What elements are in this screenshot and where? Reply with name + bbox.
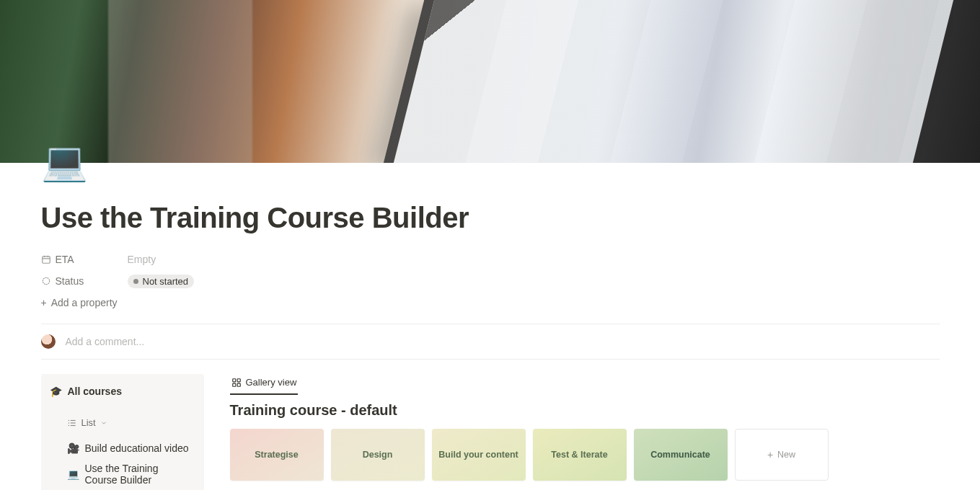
graduation-cap-icon: 🎓	[50, 386, 62, 397]
svg-rect-9	[237, 378, 240, 381]
sidebar-view-select[interactable]: List	[67, 417, 107, 428]
sidebar-item-build-video[interactable]: 🎥 Build educational video	[64, 438, 195, 458]
svg-point-7	[68, 424, 69, 425]
card-test-iterate[interactable]: Test & Iterate	[533, 429, 627, 481]
view-tab-gallery[interactable]: Gallery view	[230, 374, 299, 395]
property-eta-value[interactable]: Empty	[128, 254, 156, 265]
sidebar-item-label: Use the Training Course Builder	[85, 463, 193, 486]
status-pill[interactable]: Not started	[128, 275, 195, 288]
svg-point-5	[68, 419, 69, 420]
sidebar-item-course-builder[interactable]: 💻 Use the Training Course Builder	[64, 458, 195, 490]
plus-icon: +	[41, 298, 47, 308]
card-label: Design	[363, 450, 393, 460]
property-eta[interactable]: ETA Empty	[41, 249, 940, 270]
card-label: Communicate	[650, 450, 710, 460]
gallery-icon	[231, 378, 242, 388]
sidebar-item-label: Build educational video	[85, 442, 189, 454]
video-camera-icon: 🎥	[67, 442, 79, 454]
card-build-content[interactable]: Build your content	[432, 429, 526, 481]
sidebar-title[interactable]: 🎓 All courses	[50, 386, 195, 397]
database-title[interactable]: Training course - default	[230, 402, 940, 419]
avatar	[41, 334, 56, 349]
sidebar-view-label: List	[81, 417, 96, 428]
page-cover	[0, 0, 980, 163]
card-strategise[interactable]: Strategise	[230, 429, 324, 481]
status-dot-icon	[133, 279, 138, 284]
comment-placeholder: Add a comment...	[66, 336, 145, 347]
card-communicate[interactable]: Communicate	[634, 429, 728, 481]
page-title[interactable]: Use the Training Course Builder	[41, 163, 940, 234]
main: Gallery view Training course - default S…	[230, 374, 940, 490]
card-new[interactable]: + New	[735, 429, 829, 481]
sidebar-title-text: All courses	[68, 386, 122, 397]
add-property-label: Add a property	[51, 297, 118, 308]
card-design[interactable]: Design	[331, 429, 425, 481]
page-icon[interactable]: 💻	[41, 143, 88, 180]
calendar-icon	[41, 254, 51, 264]
plus-icon: +	[767, 450, 773, 460]
property-status-label: Status	[56, 275, 84, 287]
status-icon	[41, 276, 51, 286]
card-label: Build your content	[438, 450, 518, 460]
laptop-icon: 💻	[67, 468, 79, 480]
status-value: Not started	[143, 276, 189, 287]
svg-rect-10	[232, 383, 235, 386]
svg-rect-11	[237, 383, 240, 386]
add-property-button[interactable]: + Add a property	[41, 292, 940, 313]
card-label: Strategise	[255, 450, 298, 460]
cards-row: Strategise Design Build your content Tes…	[230, 429, 940, 481]
view-tab-label: Gallery view	[246, 377, 297, 388]
svg-point-6	[68, 422, 69, 423]
card-new-label: New	[777, 450, 795, 460]
sidebar: 🎓 All courses List 🎥 Build educational v…	[41, 374, 204, 490]
comment-row[interactable]: Add a comment...	[41, 324, 940, 360]
property-status[interactable]: Status Not started	[41, 270, 940, 292]
chevron-down-icon	[100, 419, 107, 427]
svg-rect-8	[232, 378, 235, 381]
svg-rect-0	[42, 257, 50, 263]
list-icon	[67, 418, 77, 428]
svg-point-1	[43, 277, 49, 284]
property-eta-label: ETA	[56, 254, 74, 265]
card-label: Test & Iterate	[551, 450, 607, 460]
